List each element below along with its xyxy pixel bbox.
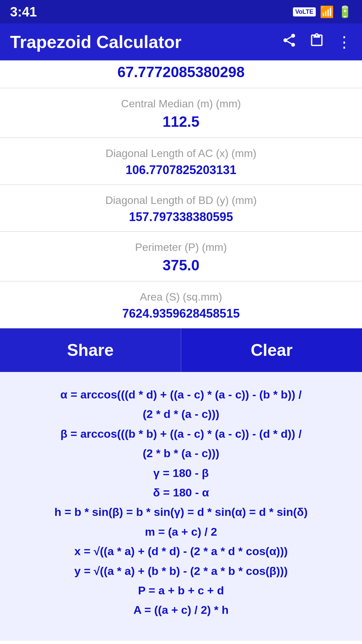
perimeter-row: Perimeter (P) (mm) 375.0: [0, 232, 362, 281]
diagonal-bd-value: 157.797338380595: [10, 210, 352, 224]
status-time: 3:41: [10, 4, 37, 19]
formula-line-7: h = b * sin(β) = b * sin(γ) = d * sin(α)…: [10, 503, 352, 521]
formula-line-10: y = √((a * a) + (b * b) - (2 * a * b * c…: [10, 562, 352, 580]
status-icons: VoLTE 📶 🔋: [293, 5, 352, 18]
perimeter-label: Perimeter (P) (mm): [10, 241, 352, 254]
central-median-row: Central Median (m) (mm) 112.5: [0, 88, 362, 138]
status-bar: 3:41 VoLTE 📶 🔋: [0, 0, 362, 23]
diagonal-bd-row: Diagonal Length of BD (y) (mm) 157.79733…: [0, 185, 362, 232]
area-value: 7624.9359628458515: [10, 307, 352, 321]
more-options-icon[interactable]: ⋮: [337, 33, 352, 51]
clipboard-icon[interactable]: [309, 33, 324, 52]
share-button[interactable]: Share: [0, 328, 181, 372]
diagonal-ac-row: Diagonal Length of AC (x) (mm) 106.77078…: [0, 138, 362, 185]
area-label: Area (S) (sq.mm): [10, 291, 352, 303]
diagonal-ac-label: Diagonal Length of AC (x) (mm): [10, 147, 352, 160]
central-median-value: 112.5: [10, 113, 352, 130]
formula-line-11: P = a + b + c + d: [10, 581, 352, 599]
formula-line-4: (2 * b * (a - c))): [10, 444, 352, 462]
signal-icon: 📶: [320, 5, 334, 18]
formulas-section: α = arccos(((d * d) + ((a - c) * (a - c)…: [0, 372, 362, 641]
perimeter-value: 375.0: [10, 257, 352, 274]
partial-result-value: 67.7772085380298: [10, 64, 352, 80]
formula-line-2: (2 * d * (a - c))): [10, 405, 352, 423]
battery-icon: 🔋: [338, 5, 352, 18]
app-bar: Trapezoid Calculator ⋮: [0, 23, 362, 60]
volte-badge: VoLTE: [293, 7, 316, 16]
area-row: Area (S) (sq.mm) 7624.9359628458515: [0, 281, 362, 328]
partial-result-row: 67.7772085380298: [0, 60, 362, 88]
formula-line-1: α = arccos(((d * d) + ((a - c) * (a - c)…: [10, 385, 352, 404]
diagonal-ac-value: 106.7707825203131: [10, 163, 352, 177]
formula-line-3: β = arccos(((b * b) + ((a - c) * (a - c)…: [10, 425, 352, 443]
formula-line-12: A = ((a + c) / 2) * h: [10, 601, 352, 619]
formula-line-8: m = (a + c) / 2: [10, 523, 352, 541]
app-bar-icons: ⋮: [282, 33, 352, 52]
share-icon[interactable]: [282, 33, 297, 52]
results-container: 67.7772085380298 Central Median (m) (mm)…: [0, 60, 362, 328]
formula-line-6: δ = 180 - α: [10, 483, 352, 501]
central-median-label: Central Median (m) (mm): [10, 98, 352, 110]
app-title: Trapezoid Calculator: [10, 32, 181, 52]
action-buttons: Share Clear: [0, 328, 362, 372]
diagonal-bd-label: Diagonal Length of BD (y) (mm): [10, 194, 352, 207]
formula-line-9: x = √((a * a) + (d * d) - (2 * a * d * c…: [10, 542, 352, 560]
formula-line-5: γ = 180 - β: [10, 464, 352, 482]
clear-button[interactable]: Clear: [181, 328, 362, 372]
